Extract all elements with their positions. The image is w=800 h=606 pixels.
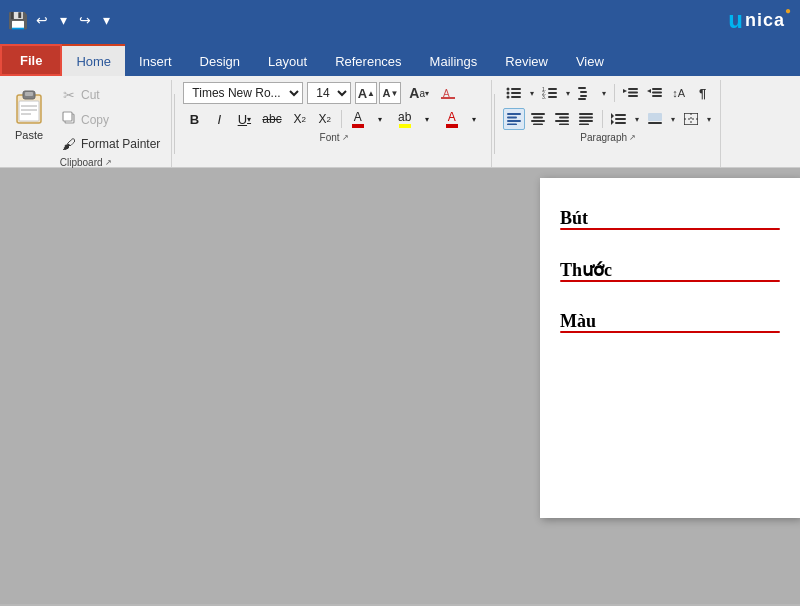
grow-font-button[interactable]: A▲	[355, 82, 377, 104]
highlight-dropdown[interactable]: ▾	[416, 108, 438, 130]
shading-dropdown[interactable]: ▾	[668, 108, 678, 130]
doc-word-1: Thước	[560, 259, 780, 281]
undo-dropdown[interactable]: ▾	[56, 10, 71, 30]
bold-button[interactable]: B	[183, 108, 205, 130]
align-left-button[interactable]	[503, 108, 525, 130]
para-divider-2	[602, 110, 603, 128]
svg-rect-40	[533, 117, 543, 119]
font-size-select[interactable]: 14	[307, 82, 351, 104]
line-spacing-dropdown[interactable]: ▾	[632, 108, 642, 130]
logo-rest: nica	[745, 10, 785, 31]
sort-button[interactable]: ↕A	[668, 82, 690, 104]
shrink-font-button[interactable]: A▼	[379, 82, 401, 104]
tab-insert[interactable]: Insert	[125, 46, 186, 76]
shading-button[interactable]	[644, 108, 666, 130]
svg-rect-49	[579, 120, 593, 122]
multilevel-dropdown[interactable]: ▾	[599, 82, 609, 104]
redo-button[interactable]: ↪	[75, 10, 95, 30]
font-color-bar	[352, 124, 364, 128]
title-bar-right: u nica ●	[728, 6, 792, 34]
clipboard-small-buttons: ✂ Cut Copy 🖌 Format Painter	[56, 82, 165, 155]
indent-increase-button[interactable]	[644, 82, 666, 104]
align-center-button[interactable]	[527, 108, 549, 130]
customize-quick-access[interactable]: ▾	[99, 10, 114, 30]
border-button[interactable]	[680, 108, 702, 130]
copy-button[interactable]: Copy	[56, 108, 165, 131]
show-marks-button[interactable]: ¶	[692, 82, 714, 104]
strikethrough-button[interactable]: abc	[258, 108, 285, 130]
paste-icon	[11, 85, 47, 129]
bullet-list-button[interactable]	[503, 82, 525, 104]
justify-icon	[579, 113, 593, 125]
bullet-list-icon	[506, 86, 522, 100]
clipboard-group-content: Paste ✂ Cut Copy	[6, 80, 165, 155]
tab-mailings[interactable]: Mailings	[416, 46, 492, 76]
svg-rect-10	[441, 97, 455, 99]
highlight-color-container: ab ▾	[394, 108, 438, 130]
justify-button[interactable]	[575, 108, 597, 130]
svg-rect-16	[511, 96, 521, 98]
cut-button[interactable]: ✂ Cut	[56, 84, 165, 106]
text-color-dropdown[interactable]: ▾	[463, 108, 485, 130]
tab-layout[interactable]: Layout	[254, 46, 321, 76]
svg-rect-20	[548, 92, 557, 94]
format-painter-button[interactable]: 🖌 Format Painter	[56, 133, 165, 155]
clipboard-svg	[13, 87, 45, 127]
numbered-list-dropdown[interactable]: ▾	[563, 82, 573, 104]
tab-view[interactable]: View	[562, 46, 618, 76]
align-right-button[interactable]	[551, 108, 573, 130]
clipboard-expand-icon[interactable]: ↗	[105, 158, 112, 167]
bullet-list-dropdown[interactable]: ▾	[527, 82, 537, 104]
font-color-dropdown[interactable]: ▾	[369, 108, 391, 130]
svg-rect-45	[555, 120, 569, 122]
paste-button[interactable]: Paste	[6, 82, 52, 144]
svg-rect-48	[579, 117, 593, 119]
change-case-button[interactable]: Aa ▾	[405, 82, 433, 104]
undo-button[interactable]: ↩	[32, 10, 52, 30]
font-group-content: Times New Ro... 14 A▲ A▼ Aa ▾	[183, 80, 484, 130]
tab-references[interactable]: References	[321, 46, 415, 76]
tab-home[interactable]: Home	[62, 44, 125, 76]
multilevel-list-button[interactable]	[575, 82, 597, 104]
border-dropdown[interactable]: ▾	[704, 108, 714, 130]
tab-design[interactable]: Design	[186, 46, 254, 76]
logo-dot: ●	[785, 5, 792, 16]
save-icon[interactable]: 💾	[8, 11, 26, 29]
subscript-button[interactable]: X2	[289, 108, 311, 130]
svg-rect-41	[531, 120, 545, 122]
unica-logo: u nica ●	[728, 6, 792, 34]
paragraph-group-content: ▾ 1. 2. 3. ▾	[503, 80, 714, 130]
paragraph-expand-icon[interactable]: ↗	[629, 133, 636, 142]
line-spacing-button[interactable]	[608, 108, 630, 130]
svg-marker-27	[623, 89, 627, 93]
italic-button[interactable]: I	[208, 108, 230, 130]
text-color-button[interactable]: A	[441, 108, 463, 130]
ribbon-overflow	[721, 80, 800, 167]
font-expand-icon[interactable]: ↗	[342, 133, 349, 142]
svg-rect-46	[559, 124, 569, 126]
highlight-color-button[interactable]: ab	[394, 108, 416, 130]
underline-button[interactable]: U ▾	[233, 108, 255, 130]
paragraph-row-1: ▾ 1. 2. 3. ▾	[503, 82, 714, 104]
superscript-button[interactable]: X2	[314, 108, 336, 130]
indent-increase-icon	[647, 86, 663, 100]
document-page[interactable]: Bút Thước Màu	[540, 178, 800, 518]
align-right-icon	[555, 113, 569, 125]
font-row-2: B I U ▾ abc X2 X2 A	[183, 108, 484, 130]
svg-rect-8	[63, 112, 72, 121]
clear-format-icon: A	[441, 86, 455, 100]
logo-u: u	[728, 6, 745, 34]
tab-file[interactable]: File	[0, 44, 62, 76]
indent-decrease-button[interactable]	[620, 82, 642, 104]
svg-rect-33	[652, 92, 662, 94]
font-name-select[interactable]: Times New Ro...	[183, 82, 303, 104]
font-color-button[interactable]: A	[347, 108, 369, 130]
clear-formatting-button[interactable]: A	[437, 82, 459, 104]
svg-rect-3	[25, 92, 33, 96]
tab-review[interactable]: Review	[491, 46, 562, 76]
svg-rect-1	[19, 101, 39, 121]
border-icon	[684, 113, 698, 125]
document-area: Bút Thước Màu	[0, 168, 800, 604]
document-content: Bút Thước Màu	[540, 178, 800, 372]
numbered-list-button[interactable]: 1. 2. 3.	[539, 82, 561, 104]
